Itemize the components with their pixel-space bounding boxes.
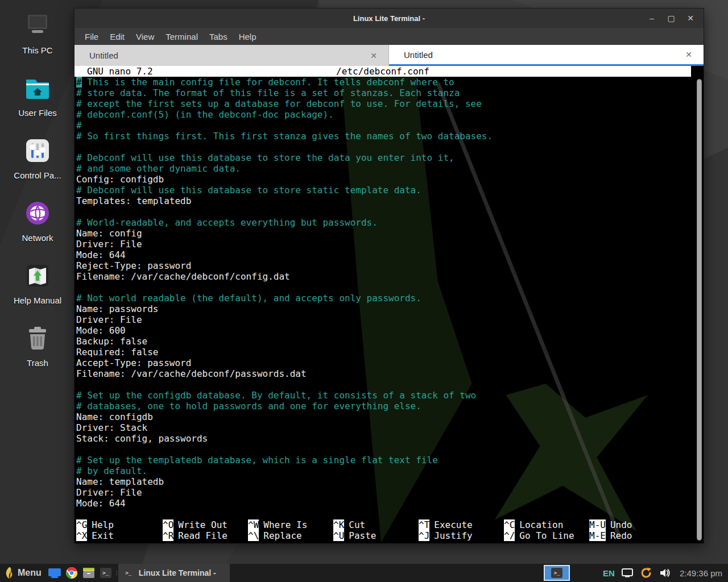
nano-titlebar: GNU nano 7.2 /etc/debconf.conf xyxy=(75,66,691,77)
desktop-icon-help-manual[interactable]: Help Manual xyxy=(0,260,75,323)
terminal-lines: # This is the main config file for debco… xyxy=(75,77,704,509)
nano-shortcut: ^XExit xyxy=(76,530,163,541)
taskbar-window-button[interactable]: >_ Linux Lite Terminal - xyxy=(118,564,230,582)
menu-tabs[interactable]: Tabs xyxy=(204,30,233,44)
terminal-line: # Set up the configdb database. By defau… xyxy=(76,390,704,401)
chrome-launcher[interactable] xyxy=(63,564,80,582)
terminal-line: # databases, one to hold passwords and o… xyxy=(76,401,704,411)
shortcut-key: ^G xyxy=(76,519,87,530)
show-desktop-launcher[interactable] xyxy=(46,564,63,582)
terminal-line: Driver: File xyxy=(76,487,704,498)
menu-edit[interactable]: Edit xyxy=(104,30,130,44)
tab-strip: Untitled ✕ Untitled ✕ xyxy=(75,45,704,66)
shortcut-label: Exit xyxy=(92,530,114,541)
menu-help[interactable]: Help xyxy=(233,30,262,44)
taskbar-clock[interactable]: 2:49:36 pm xyxy=(674,568,728,578)
update-manager-button[interactable] xyxy=(636,564,656,582)
tray-terminal-button[interactable]: >_ xyxy=(544,565,570,581)
shortcut-label: Paste xyxy=(349,530,376,541)
minimize-button[interactable]: – xyxy=(644,12,659,24)
tab-label: Untitled xyxy=(89,51,118,60)
desktop-icon-network[interactable]: Network xyxy=(0,198,75,260)
desktop: This PC User Files xyxy=(0,0,728,582)
menu-terminal[interactable]: Terminal xyxy=(160,30,204,44)
globe-icon xyxy=(22,198,53,228)
tab-close-icon[interactable]: ✕ xyxy=(685,50,692,59)
tab-close-icon[interactable]: ✕ xyxy=(370,51,377,60)
update-refresh-icon xyxy=(640,567,652,579)
shortcut-label: Write Out xyxy=(178,519,228,530)
menu-file[interactable]: File xyxy=(79,30,104,44)
menu-label: Menu xyxy=(18,568,42,578)
desktop-icon-user-files[interactable]: User Files xyxy=(0,73,75,135)
file-cabinet-icon xyxy=(82,567,96,579)
terminal-launcher[interactable]: >_ xyxy=(97,564,114,582)
desktop-icon-this-pc[interactable]: This PC xyxy=(0,10,75,73)
desktop-icon-label: User Files xyxy=(18,108,57,118)
terminal-scrollbar-thumb[interactable] xyxy=(697,79,702,541)
terminal-line: Driver: File xyxy=(76,239,704,250)
menu-view[interactable]: View xyxy=(130,30,160,44)
shortcut-label: Location xyxy=(519,519,563,530)
language-label: EN xyxy=(603,568,615,578)
help-manual-icon xyxy=(22,260,53,291)
terminal-line: Required: false xyxy=(76,347,704,357)
terminal-line: Templates: templatedb xyxy=(76,196,704,206)
volume-button[interactable] xyxy=(656,564,674,582)
terminal-line xyxy=(76,142,704,152)
shortcut-key: ^K xyxy=(333,519,344,530)
sliders-icon xyxy=(22,135,53,166)
shortcut-key: ^T xyxy=(419,519,429,530)
maximize-button[interactable]: ▢ xyxy=(664,12,679,24)
shortcut-key: ^W xyxy=(248,519,259,530)
desktop-icon-trash[interactable]: Trash xyxy=(0,323,75,385)
window-titlebar[interactable]: Linux Lite Terminal - – ▢ ✕ xyxy=(75,9,704,28)
terminal-line: Accept-Type: password xyxy=(76,357,704,368)
terminal-line: # Debconf will use this database to stor… xyxy=(76,185,704,196)
desktop-icon-label: Trash xyxy=(27,358,48,368)
terminal-line: # Set up the templatedb database, which … xyxy=(76,455,704,465)
tab-label: Untitled xyxy=(404,50,433,60)
shortcut-label: Undo xyxy=(610,519,632,530)
terminal-line xyxy=(76,206,704,217)
shortcut-key: ^J xyxy=(419,530,429,541)
desktop-icon-label: This PC xyxy=(22,45,52,55)
shortcut-label: Cut xyxy=(349,519,365,530)
shortcut-key: ^X xyxy=(76,530,87,541)
terminal-line: Filename: /var/cache/debconf/config.dat xyxy=(76,271,704,282)
tab-untitled-1[interactable]: Untitled ✕ xyxy=(75,45,389,66)
nano-shortcut: M-UUndo xyxy=(589,519,704,530)
close-button[interactable]: ✕ xyxy=(683,12,698,24)
desktop-icon-control-panel[interactable]: Control Pa... xyxy=(0,135,75,198)
keyboard-layout-indicator[interactable]: EN xyxy=(599,564,618,582)
nano-shortcut: ^\Replace xyxy=(248,530,333,541)
shortcut-row-1: ^GHelp^OWrite Out^WWhere Is^KCut^TExecut… xyxy=(76,519,704,530)
terminal-line: # Not world readable (the default), and … xyxy=(76,293,704,304)
file-manager-launcher[interactable] xyxy=(80,564,97,582)
terminal-line: # by default. xyxy=(76,465,704,476)
terminal-content[interactable]: GNU nano 7.2 /etc/debconf.conf # This is… xyxy=(75,66,704,543)
shortcut-key: ^U xyxy=(333,530,344,541)
desktop-icon-label: Control Pa... xyxy=(14,171,61,180)
tab-untitled-2[interactable]: Untitled ✕ xyxy=(389,45,704,66)
shortcut-key: M-U xyxy=(589,519,606,530)
display-tray-button[interactable] xyxy=(618,564,636,582)
shortcut-key: ^C xyxy=(504,519,515,530)
nano-shortcut: ^GHelp xyxy=(76,519,163,530)
shortcut-label: Redo xyxy=(610,530,632,541)
shortcut-label: Help xyxy=(92,519,114,530)
terminal-line: Driver: Stack xyxy=(76,422,704,433)
shortcut-key: ^\ xyxy=(248,530,259,541)
shortcut-label: Go To Line xyxy=(519,530,574,541)
terminal-icon: >_ xyxy=(100,568,111,578)
terminal-line: Filename: /var/cache/debconf/passwords.d… xyxy=(76,368,704,379)
nano-shortcut: ^TExecute xyxy=(419,519,504,530)
desktop-icon-label: Help Manual xyxy=(14,296,61,305)
shortcut-label: Execute xyxy=(434,519,472,530)
terminal-line: # So first things first. This first stan… xyxy=(76,131,704,142)
terminal-line: Mode: 644 xyxy=(76,250,704,260)
window-menubar: File Edit View Terminal Tabs Help xyxy=(75,28,704,45)
start-menu-button[interactable]: Menu xyxy=(0,564,46,582)
terminal-icon: >_ xyxy=(551,568,562,578)
desktop-icon-label: Network xyxy=(22,233,53,243)
